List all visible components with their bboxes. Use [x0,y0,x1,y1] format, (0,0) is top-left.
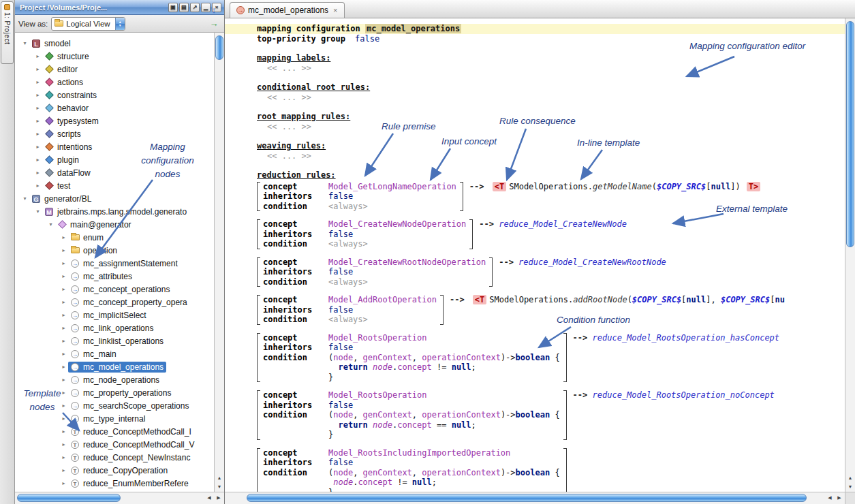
section-title[interactable]: weaving rules: [257,141,845,151]
input-concept-reference[interactable]: Model_RootsIncludingImportedOperation [328,448,510,458]
tree-item-reduce_ConceptMethodCall_I[interactable]: ▸Treduce_ConceptMethodCall_I [15,425,214,438]
condition-function[interactable]: (node, genContext, operationContext)->bo… [328,468,560,492]
rule-consequence[interactable]: --> reduce_Model_RootsOperation_noConcep… [573,390,775,400]
disclosure-closed-icon[interactable]: ▸ [33,144,42,150]
disclosure-closed-icon[interactable]: ▸ [59,234,68,240]
disclosure-closed-icon[interactable]: ▸ [33,105,42,111]
window-button-icon-1[interactable]: ▤ [179,3,189,12]
tree-item-mc_model_operations[interactable]: ▸→mc_model_operations [15,360,214,373]
section-placeholder[interactable]: << ... >> [257,63,845,74]
inheritors-value[interactable]: false [328,191,353,201]
tree-item-behavior[interactable]: ▸behavior [15,101,214,114]
section-title[interactable]: root mapping rules: [257,112,845,122]
reduction-rule[interactable]: conceptModel_RootsOperationinheritorsfal… [257,390,845,440]
disclosure-closed-icon[interactable]: ▸ [59,338,68,344]
rule-consequence[interactable]: --> <TSModelOperations.getModelName($COP… [469,182,763,192]
tree-item-main@generator[interactable]: ▾main@generator [15,218,214,231]
tree-item-generator/BL[interactable]: ▾Ggenerator/BL [15,192,214,205]
disclosure-closed-icon[interactable]: ▸ [59,260,68,266]
inheritors-value[interactable]: false [328,343,353,352]
rule-consequence[interactable]: --> reduce_Model_RootsOperation_hasConce… [573,333,779,343]
condition-always-value[interactable]: <always> [328,315,368,324]
editor-horizontal-scrollbar[interactable]: ◀ ▶ [225,492,845,504]
tree-item-mc_property_operations[interactable]: ▸→mc_property_operations [15,386,214,399]
scroll-right-arrow[interactable]: ▶ [214,493,223,502]
tree-item-scripts[interactable]: ▸scripts [15,127,214,140]
condition-always-value[interactable]: <always> [328,202,368,211]
inheritors-value[interactable]: false [328,458,353,467]
disclosure-closed-icon[interactable]: ▸ [33,79,42,85]
external-template-reference[interactable]: reduce_Model_CreateNewNode [499,219,627,229]
header-line[interactable]: mapping configuration mc_model_operation… [225,24,845,34]
close-tab-icon[interactable]: × [332,6,337,14]
tree-item-reduce_Concept_NewInstanc[interactable]: ▸Treduce_Concept_NewInstanc [15,451,214,464]
editor-horizontal-scrollbar-thumb[interactable] [247,494,807,502]
editor-vertical-scrollbar-thumb[interactable] [846,21,854,247]
tree-item-reduce_ConceptMethodCall_V[interactable]: ▸Treduce_ConceptMethodCall_V [15,438,214,451]
disclosure-closed-icon[interactable]: ▸ [59,351,68,357]
tree-item-mc_type_internal[interactable]: ▸→mc_type_internal [15,412,214,425]
project-vertical-scrollbar-thumb[interactable] [215,35,223,60]
tree-item-constraints[interactable]: ▸constraints [15,89,214,101]
input-concept-reference[interactable]: Model_RootsOperation [328,390,427,400]
disclosure-open-icon[interactable]: ▾ [33,208,42,215]
input-concept-reference[interactable]: Model_RootsOperation [328,333,427,343]
header-name[interactable]: mc_model_operations [365,24,461,33]
view-selector-dropdown[interactable]: Logical View ▲▼ [51,17,125,31]
external-template-reference[interactable]: reduce_Model_CreateNewRootNode [518,257,666,267]
disclosure-closed-icon[interactable]: ▸ [59,299,68,305]
input-concept-reference[interactable]: Model_GetLongNameOperation [328,182,456,191]
tree-item-mc_assignmentStatement[interactable]: ▸→mc_assignmentStatement [15,257,214,270]
dropdown-stepper-icon[interactable]: ▲▼ [115,18,125,30]
tree-item-mc_concept_property_opera[interactable]: ▸→mc_concept_property_opera [15,296,214,309]
reduction-rule[interactable]: conceptModel_AddRootOperationinheritorsf… [257,295,845,325]
condition-always-value[interactable]: <always> [328,277,368,287]
tree-item-test[interactable]: ▸test [15,179,214,192]
disclosure-closed-icon[interactable]: ▸ [59,286,68,292]
rule-consequence[interactable]: --> <TSModelOperations.addRootNode($COPY… [450,295,785,305]
disclosure-closed-icon[interactable]: ▸ [59,377,68,383]
condition-function[interactable]: (node, genContext, operationContext)->bo… [328,410,560,440]
section-title[interactable]: reduction rules: [257,170,845,180]
disclosure-open-icon[interactable]: ▾ [20,40,29,46]
disclosure-closed-icon[interactable]: ▸ [59,454,68,460]
top-priority-line[interactable]: top-priority groupfalse [257,34,845,44]
disclosure-closed-icon[interactable]: ▸ [59,247,68,253]
disclosure-open-icon[interactable]: ▾ [46,221,55,227]
tree-item-reduce_EnumMemberRefere[interactable]: ▸Treduce_EnumMemberRefere [15,477,214,490]
tree-item-mc_implicitSelect[interactable]: ▸→mc_implicitSelect [15,309,214,321]
scroll-up-arrow[interactable]: ▲ [845,473,855,482]
scroll-up-arrow[interactable]: ▲ [215,473,224,482]
section-placeholder[interactable]: << ... >> [257,93,845,103]
rule-consequence[interactable]: --> reduce_Model_CreateNewRootNode [499,257,666,268]
reduction-rule[interactable]: conceptModel_GetLongNameOperationinherit… [257,182,845,212]
editor-content[interactable]: mapping configuration mc_model_operation… [225,18,845,492]
tree-item-mc_node_operations[interactable]: ▸→mc_node_operations [15,373,214,386]
project-titlebar[interactable]: Project /Volumes/Proje... ▣▤↗▁× [15,0,224,15]
project-tool-window-tab[interactable]: 1: Project [1,1,14,64]
tree-item-enum[interactable]: ▸enum [15,231,214,244]
inheritors-value[interactable]: false [328,305,353,315]
autoscroll-icon[interactable]: ↕ [207,3,221,17]
tree-item-mc_link_operations[interactable]: ▸→mc_link_operations [15,321,214,334]
scroll-left-arrow[interactable]: ◀ [825,493,835,502]
reduction-rule[interactable]: conceptModel_CreateNewRootNodeOperationi… [257,257,845,287]
inline-template-code[interactable]: SModelOperations.getModelName($COPY_SRC$… [509,182,741,191]
disclosure-closed-icon[interactable]: ▸ [59,428,68,435]
scroll-right-arrow[interactable]: ▶ [835,493,844,502]
rule-consequence[interactable]: --> reduce_Model_CreateNewNode [479,219,627,230]
inheritors-value[interactable]: false [328,230,353,239]
input-concept-reference[interactable]: Model_CreateNewNodeOperation [328,219,466,229]
inheritors-value[interactable]: false [328,400,353,410]
scroll-down-arrow[interactable]: ▼ [215,482,224,491]
disclosure-closed-icon[interactable]: ▸ [33,118,42,124]
section-title[interactable]: mapping labels: [257,53,845,63]
tree-item-plugin[interactable]: ▸plugin [15,153,214,166]
reduction-rule[interactable]: conceptModel_CreateNewNodeOperationinher… [257,219,845,249]
input-concept-reference[interactable]: Model_AddRootOperation [328,295,437,304]
inline-template-code[interactable]: SModelOperations.addRootNode($COPY_SRC$[… [489,295,785,304]
external-template-reference[interactable]: reduce_Model_RootsOperation_noConcept [593,390,775,400]
project-horizontal-scrollbar[interactable]: ◀ ▶ [15,492,224,504]
tree-item-actions[interactable]: ▸actions [15,76,214,89]
editor-tab-mc-model-operations[interactable]: → mc_model_operations × [230,2,345,18]
